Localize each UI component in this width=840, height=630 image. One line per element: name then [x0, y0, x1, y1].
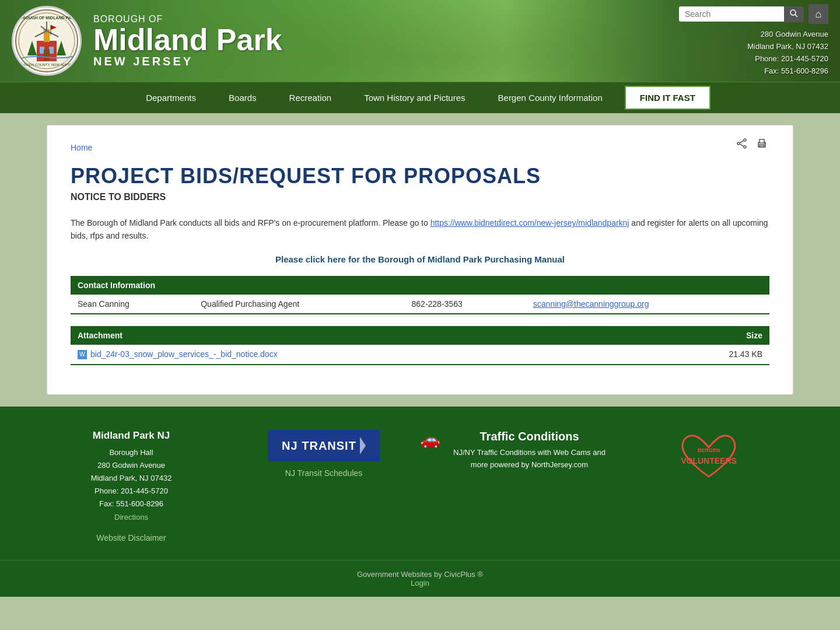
attachment-table: Attachment Size Wbid_24r-03_snow_plow_se… [71, 326, 769, 365]
main-wrapper: Home [0, 113, 840, 407]
civicplus-credit: Government Websites by CivicPlus ® [9, 570, 831, 579]
nj-transit-logo: NJ TRANSIT [268, 430, 380, 461]
nj-transit-text: NJ TRANSIT [282, 439, 356, 453]
footer-content: Midland Park NJ Borough Hall 280 Godwin … [0, 430, 840, 560]
svg-text:BOROUGH OF MIDLAND PARK: BOROUGH OF MIDLAND PARK [16, 16, 77, 20]
contact-table: Contact Information Sean Canning Qualifi… [71, 276, 769, 314]
purchasing-link-section: Please click here for the Borough of Mid… [71, 254, 769, 264]
svg-point-19 [744, 139, 746, 141]
contact-phone: 862-228-3563 [405, 295, 526, 314]
contact-email: scanning@thecanninggroup.org [526, 295, 769, 314]
nj-transit-link[interactable]: NJ Transit Schedules [285, 468, 362, 478]
intro-text-before: The Borough of Midland Park conducts all… [71, 218, 430, 228]
fax-number: Fax: 551-600-8296 [747, 65, 828, 78]
nav-departments[interactable]: Departments [130, 86, 212, 110]
svg-line-22 [740, 141, 744, 143]
city-label: Midland Park [93, 24, 282, 55]
footer-traffic-col: 🚗 Traffic Conditions NJ/NY Traffic Condi… [420, 430, 612, 471]
attachment-link[interactable]: bid_24r-03_snow_plow_services_-_bid_noti… [90, 349, 278, 359]
purchasing-manual-link[interactable]: Please click here for the Borough of Mid… [275, 254, 565, 264]
bergen-volunteers-logo: BERGEN VOLUNTEERS [674, 430, 744, 488]
footer-transit-col: NJ TRANSIT NJ Transit Schedules [228, 430, 420, 478]
svg-text:VOLUNTEERS: VOLUNTEERS [681, 456, 737, 466]
svg-rect-6 [49, 47, 54, 54]
svg-point-21 [737, 142, 740, 145]
contact-name: Sean Canning [71, 295, 194, 314]
login-link[interactable]: Login [411, 579, 429, 587]
contact-title: Qualified Purchasing Agent [194, 295, 404, 314]
traffic-description: NJ/NY Traffic Conditions with Web Cams a… [446, 447, 612, 471]
search-input[interactable] [679, 6, 784, 22]
contact-table-header: Contact Information [71, 276, 769, 295]
site-title: BOROUGH OF Midland Park NEW JERSEY [93, 14, 282, 68]
car-icon: 🚗 [420, 430, 440, 449]
table-row: Wbid_24r-03_snow_plow_services_-_bid_not… [71, 345, 769, 365]
footer-address-col: Midland Park NJ Borough Hall 280 Godwin … [35, 430, 228, 542]
attachment-col-header: Attachment [71, 326, 642, 345]
header: BOROUGH OF MIDLAND PARK BERGEN COUNTY, N… [0, 0, 840, 82]
svg-point-20 [744, 146, 746, 148]
address-line2: Midland Park, NJ 07432 [747, 41, 828, 53]
page-actions [734, 137, 769, 153]
svg-line-23 [740, 144, 744, 146]
attachment-size: 21.43 KB [642, 345, 769, 365]
share-button[interactable] [734, 137, 750, 153]
footer-bottom: Government Websites by CivicPlus ® Login [0, 560, 840, 597]
nav-find-it-fast[interactable]: FIND IT FAST [625, 86, 710, 110]
svg-line-18 [795, 14, 798, 17]
phone-number: Phone: 201-445-5720 [747, 53, 828, 65]
contact-email-link[interactable]: scanning@thecanninggroup.org [533, 299, 649, 309]
traffic-text-block: Traffic Conditions NJ/NY Traffic Conditi… [446, 430, 612, 471]
home-button[interactable]: ⌂ [808, 4, 828, 24]
table-row: Sean Canning Qualified Purchasing Agent … [71, 295, 769, 314]
svg-text:BERGEN: BERGEN [698, 447, 720, 453]
footer-bergen-col: BERGEN VOLUNTEERS [612, 430, 805, 490]
directions-link[interactable]: Directions [114, 513, 148, 522]
footer-address-details: Borough Hall 280 Godwin Avenue Midland P… [35, 446, 228, 524]
size-col-header: Size [642, 326, 769, 345]
svg-point-28 [764, 143, 765, 144]
bidnet-link[interactable]: https://www.bidnetdirect.com/new-jersey/… [430, 218, 629, 228]
disclaimer-link[interactable]: Website Disclaimer [96, 533, 166, 542]
address-line1: 280 Godwin Avenue [747, 29, 828, 41]
breadcrumb-home-link[interactable]: Home [71, 143, 92, 152]
svg-rect-5 [40, 47, 44, 54]
intro-paragraph: The Borough of Midland Park conducts all… [71, 216, 769, 243]
svg-rect-7 [44, 50, 50, 61]
page-title: PROJECT BIDS/REQUEST FOR PROPOSALS [71, 164, 769, 188]
traffic-title: Traffic Conditions [446, 430, 612, 443]
search-bar[interactable] [679, 6, 804, 22]
svg-text:BERGEN COUNTY, NEW JERSEY: BERGEN COUNTY, NEW JERSEY [19, 63, 74, 66]
header-right: ⌂ 280 Godwin Avenue Midland Park, NJ 074… [679, 4, 828, 77]
footer: Midland Park NJ Borough Hall 280 Godwin … [0, 407, 840, 597]
content-box: Home [47, 125, 793, 395]
breadcrumb: Home [71, 143, 92, 152]
nav-bergen-county[interactable]: Bergen County Information [482, 86, 619, 110]
search-button[interactable] [784, 6, 804, 22]
address-block: 280 Godwin Avenue Midland Park, NJ 07432… [747, 29, 828, 77]
nav-town-history[interactable]: Town History and Pictures [348, 86, 481, 110]
footer-city-title: Midland Park NJ [35, 430, 228, 442]
traffic-section: 🚗 Traffic Conditions NJ/NY Traffic Condi… [420, 430, 612, 471]
svg-rect-25 [760, 139, 764, 143]
state-label: NEW JERSEY [93, 55, 282, 68]
main-nav: Departments Boards Recreation Town Histo… [0, 82, 840, 113]
nav-recreation[interactable]: Recreation [273, 86, 348, 110]
page-subtitle: NOTICE TO BIDDERS [71, 192, 769, 202]
print-button[interactable] [754, 137, 769, 153]
logo: BOROUGH OF MIDLAND PARK BERGEN COUNTY, N… [12, 6, 82, 76]
nav-boards[interactable]: Boards [212, 86, 273, 110]
attachment-filename: Wbid_24r-03_snow_plow_services_-_bid_not… [71, 345, 642, 365]
doc-icon: W [78, 350, 87, 359]
